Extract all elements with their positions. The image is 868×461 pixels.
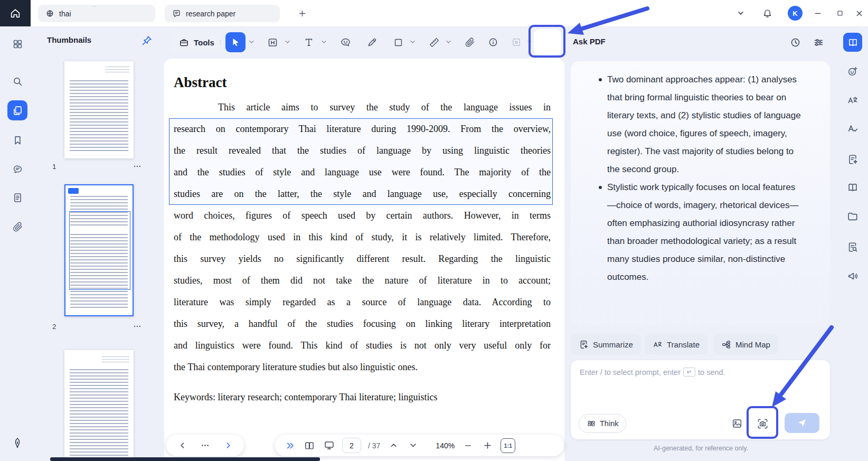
thumbnail-tag [68,188,79,194]
text-tool-chevron-icon[interactable] [320,38,328,47]
content-area: Tools Abstract This article aims to surv… [164,26,564,461]
open-book-icon[interactable] [843,178,862,197]
history-nav-bar [166,435,244,456]
ai-answer-bullet: Two dominant approaches appear: (1) anal… [607,71,801,178]
previous-page-icon[interactable] [387,439,400,452]
maximize-button[interactable] [833,6,847,20]
ai-answer-list: Two dominant approaches appear: (1) anal… [607,71,801,286]
new-tab-button[interactable] [296,7,309,20]
think-button[interactable]: Think [579,414,626,433]
document-line: this survey, a handful of the studies fo… [174,313,551,335]
toolbox-icon [179,37,189,48]
page-menu-icon[interactable] [133,322,142,331]
ai-chat-icon[interactable] [843,62,862,81]
thumbnails-panel: Thumbnails 1 2 [35,26,164,461]
attach-tool-button[interactable] [460,32,480,52]
proofread-icon[interactable] [843,119,862,138]
thumbnails-icon[interactable] [7,100,27,120]
viewport-rect[interactable] [69,211,130,290]
zoom-out-icon[interactable] [461,439,474,452]
expand-panel-icon[interactable] [284,439,296,452]
zoom-level[interactable]: 140% [436,441,455,450]
titlebar: thai research paper K [0,0,868,27]
select-tool-chevron-icon[interactable] [248,38,256,47]
page-number-input[interactable] [342,438,361,453]
pin-icon[interactable] [141,35,153,46]
page-thumbnail-2[interactable] [64,184,134,316]
translate-button[interactable]: Translate [645,334,707,355]
back-icon[interactable] [176,439,188,452]
tools-button[interactable]: Tools [171,31,223,53]
settings-sliders-icon[interactable] [812,35,825,49]
document-line: studies are on the latter, the style and… [174,183,551,205]
page-menu-icon[interactable] [133,162,142,171]
page-thumbnail-3[interactable] [64,350,134,461]
translate-icon[interactable] [843,91,862,110]
page-thumbnail-1[interactable] [64,61,134,158]
minimize-button[interactable] [811,6,825,20]
tab-research-paper[interactable]: research paper [165,5,280,22]
ask-pdf-title: Ask PDF [573,37,606,46]
two-page-view-icon[interactable] [303,439,316,452]
comments-icon[interactable] [7,159,27,179]
presenter-icon[interactable] [843,267,862,286]
window-drag-dots-icon [90,3,98,8]
search-icon[interactable] [7,71,27,91]
page-number: 1 [52,163,56,171]
app-window: thai research paper K Thumbnails 1 [0,0,868,461]
summarize-button[interactable]: Summarize [571,334,641,355]
text-tool-button[interactable] [299,32,319,52]
mind-map-button[interactable]: Mind Map [713,334,778,355]
shape-tool-button[interactable] [388,32,408,52]
attachments-icon[interactable] [7,217,27,237]
ai-answer-card: Two dominant approaches appear: (1) anal… [571,61,830,325]
action-label: Mind Map [735,340,770,349]
think-label: Think [600,419,618,428]
screenshot-tool-button[interactable] [506,32,526,52]
notifications-button[interactable] [760,6,774,20]
select-tool-button[interactable] [225,32,246,52]
close-button[interactable] [852,6,866,20]
ai-folder-icon[interactable] [843,207,862,226]
comment-tool-button[interactable] [335,32,355,52]
insert-image-icon[interactable] [730,416,744,431]
summarize-doc-icon[interactable] [843,150,862,169]
tab-label: thai [59,10,71,18]
atom-icon [587,419,596,428]
more-pages-icon[interactable] [199,439,212,452]
document-line: the Thai contemporary literature studies… [174,356,551,378]
measure-tool-button[interactable] [424,32,444,52]
page-icon[interactable] [7,187,27,208]
document-line: this survey yields no significantly diff… [174,248,551,270]
zoom-in-icon[interactable] [481,439,494,452]
measure-tool-chevron-icon[interactable] [445,38,452,47]
send-button[interactable] [785,413,819,433]
collapse-toolbar-button[interactable] [734,6,748,20]
action-label: Summarize [593,340,633,349]
thumb-text [70,80,128,151]
pen-tool-button[interactable] [362,32,382,52]
prompt-composer[interactable]: Enter / to select prompt, enter ↵ to sen… [571,360,830,439]
document-line: This article aims to survey the study of… [174,97,551,118]
presentation-icon[interactable] [323,439,335,452]
translate-icon [653,340,663,350]
forward-icon[interactable] [222,439,234,452]
reader-book-icon[interactable] [843,33,862,52]
header-footer-chevron-icon[interactable] [284,38,291,47]
avatar[interactable]: K [788,6,803,21]
document-heading: Abstract [174,74,227,91]
doc-search-icon[interactable] [843,238,862,257]
apps-grid-icon[interactable] [7,34,27,54]
next-page-icon[interactable] [407,439,419,452]
shape-tool-chevron-icon[interactable] [409,38,417,47]
page-total: / 37 [368,441,380,450]
home-button[interactable] [0,0,31,26]
document-line: the result revealed that the studies of … [174,140,551,162]
history-icon[interactable] [788,35,802,49]
stamp-tool-button[interactable] [483,32,503,52]
actual-size-button[interactable]: 1:1 [501,438,515,453]
bottom-dark-strip [50,457,320,461]
header-footer-tool-button[interactable] [262,32,282,52]
bookmark-icon[interactable] [7,130,27,150]
enter-key-icon: ↵ [683,368,695,377]
